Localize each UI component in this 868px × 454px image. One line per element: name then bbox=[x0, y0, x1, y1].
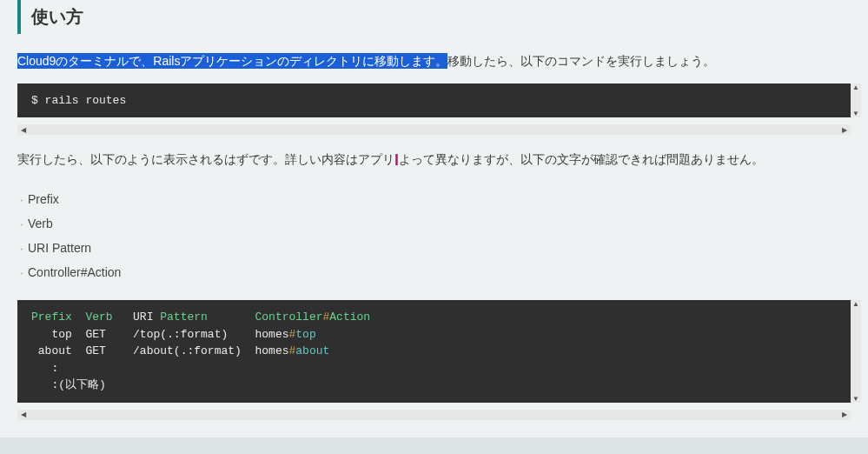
after-command-paragraph: 実行したら、以下のように表示されるはずです。詳しい内容はアプリIよって異なります… bbox=[17, 145, 851, 175]
scroll-right-icon[interactable]: ▶ bbox=[842, 126, 847, 134]
highlighted-text[interactable]: Cloud9のターミナルで、Railsアプリケーションのディレクトリに移動します… bbox=[17, 53, 447, 69]
list-item: Prefix bbox=[28, 187, 851, 211]
code-block-command: $ rails routes ▲ ▼ bbox=[17, 83, 851, 118]
prompt-symbol: $ bbox=[31, 94, 45, 107]
intro-paragraph: Cloud9のターミナルで、Railsアプリケーションのディレクトリに移動します… bbox=[17, 50, 851, 73]
list-item: URI Pattern bbox=[28, 236, 851, 260]
after-cmd-part2: よって異なりますが、以下の文字が確認できれば問題ありません。 bbox=[399, 152, 764, 166]
output-field-list: Prefix Verb URI Pattern Controller#Actio… bbox=[17, 187, 851, 284]
scroll-right-icon[interactable]: ▶ bbox=[842, 411, 847, 418]
vertical-scrollbar[interactable]: ▲ ▼ bbox=[851, 300, 861, 403]
scroll-up-icon[interactable]: ▲ bbox=[852, 300, 859, 308]
scroll-left-icon[interactable]: ◀ bbox=[21, 411, 26, 418]
list-item: Controller#Action bbox=[28, 260, 851, 284]
vertical-scrollbar[interactable]: ▲ ▼ bbox=[851, 83, 861, 118]
scroll-down-icon[interactable]: ▼ bbox=[852, 110, 859, 117]
horizontal-scrollbar[interactable]: ◀ ▶ bbox=[17, 124, 851, 135]
scroll-down-icon[interactable]: ▼ bbox=[852, 395, 859, 403]
routes-output[interactable]: Prefix Verb URI Pattern Controller#Actio… bbox=[17, 300, 851, 403]
scroll-up-icon[interactable]: ▲ bbox=[852, 83, 859, 91]
code-block-output: Prefix Verb URI Pattern Controller#Actio… bbox=[17, 300, 851, 403]
terminal-command[interactable]: $ rails routes bbox=[17, 83, 851, 118]
scroll-left-icon[interactable]: ◀ bbox=[21, 126, 26, 134]
after-cmd-part1: 実行したら、以下のように表示されるはずです。詳しい内容はアプリ bbox=[17, 152, 394, 166]
command-text: rails routes bbox=[45, 94, 127, 107]
document-page: 使い方 Cloud9のターミナルで、Railsアプリケーションのディレクトリに移… bbox=[0, 0, 868, 437]
list-item: Verb bbox=[28, 211, 851, 236]
section-heading: 使い方 bbox=[17, 0, 851, 34]
intro-rest: 移動したら、以下のコマンドを実行しましょう。 bbox=[447, 54, 715, 68]
horizontal-scrollbar[interactable]: ◀ ▶ bbox=[17, 410, 851, 420]
